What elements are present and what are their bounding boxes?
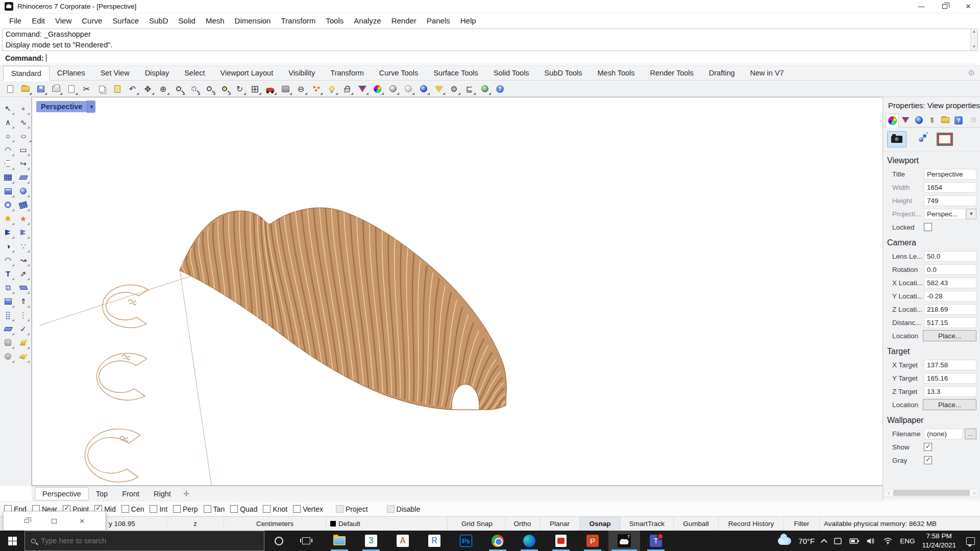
taskbar-revit[interactable]: R [419, 531, 450, 551]
curve-extend-icon[interactable]: ↝ [17, 254, 30, 266]
surface-cv-icon[interactable] [2, 171, 15, 184]
camera-place-button[interactable]: Place... [923, 330, 976, 341]
annotation-pen-tab[interactable]: ✎ [925, 113, 939, 127]
vertex-checkbox[interactable] [293, 505, 301, 513]
tab-set-view[interactable]: Set View [93, 66, 137, 80]
tab-display[interactable]: Display [137, 66, 177, 80]
select-arrow-icon[interactable]: ↖ [2, 102, 15, 115]
toggle-filter[interactable]: Filter [784, 517, 820, 531]
properties-tab[interactable] [886, 114, 899, 128]
osnap-int[interactable]: Int [150, 505, 167, 513]
selection-filter-icon[interactable] [432, 82, 446, 95]
viewport-tab-top[interactable]: Top [89, 488, 115, 500]
osnap-cen[interactable]: Cen [121, 505, 144, 513]
options-gear-icon[interactable]: ⚙ [447, 82, 461, 95]
zoom-window-icon[interactable] [202, 82, 216, 95]
tab-transform[interactable]: Transform [323, 66, 372, 80]
osnap-tan[interactable]: Tan [204, 505, 225, 513]
material-tab[interactable] [912, 113, 925, 127]
paste-icon[interactable] [110, 82, 124, 95]
tab-surface-tools[interactable]: Surface Tools [426, 66, 486, 80]
width-field[interactable]: 1654 [924, 182, 976, 193]
hide-object-icon[interactable]: ⊖ [294, 82, 308, 95]
scale-icon[interactable]: ⇗ [17, 267, 30, 280]
toggle-record-history[interactable]: Record History [719, 517, 784, 531]
osnap-disable[interactable]: Disable [387, 505, 421, 513]
surface-corner-icon[interactable] [17, 171, 30, 184]
taskbar-rhino[interactable] [608, 531, 640, 551]
arc-icon[interactable]: ◠ [2, 143, 15, 156]
shaded-mode-icon[interactable] [386, 82, 400, 95]
extrude-icon[interactable]: ⇑ [17, 295, 30, 308]
menu-panels[interactable]: Panels [422, 15, 455, 27]
curve-blend-icon[interactable]: ↪ [17, 157, 30, 170]
filename-field[interactable]: (none) [924, 429, 963, 439]
restore-button[interactable] [933, 0, 957, 13]
taskbar-autocad[interactable]: A [387, 531, 419, 551]
curve-fillet-icon[interactable]: ◠ [2, 254, 15, 266]
tab-render-tools[interactable]: Render Tools [643, 66, 701, 80]
polyline-icon[interactable]: ∧ [2, 116, 15, 129]
help-icon[interactable]: ? [493, 82, 507, 95]
open-file-icon[interactable] [18, 82, 32, 95]
minimized-grasshopper-window[interactable]: ✕ [3, 511, 106, 531]
rotate-view-icon[interactable]: ⊕ [156, 82, 170, 95]
command-input[interactable]: Command: [2, 52, 978, 64]
copy-icon[interactable] [95, 82, 109, 95]
menu-help[interactable]: Help [455, 15, 481, 27]
surface-patch-icon[interactable] [17, 198, 30, 211]
blocks-icon[interactable]: ⧉ [2, 281, 15, 294]
locked-checkbox[interactable] [924, 223, 932, 231]
undo-view-change-icon[interactable]: ↻ [233, 82, 247, 95]
pan-icon[interactable]: ✥ [141, 82, 155, 95]
material-wand-icon[interactable] [17, 350, 30, 363]
boolean-union-icon[interactable]: ✱ [2, 212, 15, 225]
sphere-icon[interactable] [17, 185, 30, 197]
circle-icon[interactable]: ○ [2, 130, 15, 142]
layers-folder-tab[interactable] [939, 113, 952, 127]
linked-views-button[interactable] [911, 131, 930, 147]
y-location-field[interactable]: -0.28 [924, 291, 976, 302]
render-preview-icon[interactable] [279, 82, 292, 95]
toggle-osnap[interactable]: Osnap [580, 517, 621, 531]
tab-new-in-v7[interactable]: New in V7 [743, 66, 792, 80]
scroll-up-icon[interactable]: ▲ [971, 29, 977, 35]
scroll-down-icon[interactable]: ▼ [971, 44, 977, 51]
mesh-tools-icon[interactable] [2, 350, 15, 363]
tan-checkbox[interactable] [204, 505, 211, 513]
weather-widget[interactable] [778, 537, 791, 545]
zoom-dynamic-icon[interactable] [187, 82, 201, 95]
solid-union-icon[interactable] [2, 295, 15, 308]
zoom-selected-icon[interactable] [217, 82, 231, 95]
cut-icon[interactable]: ✂ [80, 82, 93, 95]
save-icon[interactable] [34, 82, 47, 95]
zoom-icon[interactable] [172, 82, 185, 95]
distance-field[interactable]: 517.15 [924, 317, 976, 328]
speaker-icon[interactable] [866, 537, 876, 545]
taskbar-photoshop[interactable]: Ps [450, 531, 482, 551]
perp-checkbox[interactable] [173, 505, 181, 513]
help-tab[interactable]: ? [952, 113, 965, 127]
viewport-tab-perspective[interactable]: Perspective [35, 487, 89, 500]
tab-options-gear-icon[interactable]: ⚙ [968, 68, 975, 78]
taskbar-teams[interactable]: T [640, 531, 672, 551]
tray-expand-icon[interactable] [821, 539, 827, 545]
title-field[interactable]: Perspective [924, 169, 976, 180]
tab-viewport-layout[interactable]: Viewport Layout [213, 66, 281, 80]
taskbar-edge[interactable] [513, 531, 545, 551]
toggle-smarttrack[interactable]: SmartTrack [621, 517, 674, 531]
wifi-icon[interactable] [883, 537, 893, 544]
temperature-label[interactable]: 70°F [798, 537, 815, 545]
mini-maximize-button[interactable] [48, 515, 60, 527]
projection-field[interactable]: Perspec... [924, 209, 966, 219]
tab-select[interactable]: Select [177, 66, 212, 80]
viewport-title-widget[interactable]: Perspective ▼ [36, 101, 95, 113]
scroll-left-icon[interactable]: ‹ [885, 490, 892, 496]
tab-curve-tools[interactable]: Curve Tools [372, 66, 426, 80]
command-history-scrollbar[interactable]: ▲▼ [970, 29, 977, 51]
int-checkbox[interactable] [150, 505, 157, 513]
panel-gear-icon[interactable]: ⚙ [970, 116, 977, 124]
menu-tools[interactable]: Tools [321, 15, 349, 27]
browse-button[interactable]: ... [965, 429, 976, 439]
project-checkbox[interactable] [336, 505, 344, 513]
